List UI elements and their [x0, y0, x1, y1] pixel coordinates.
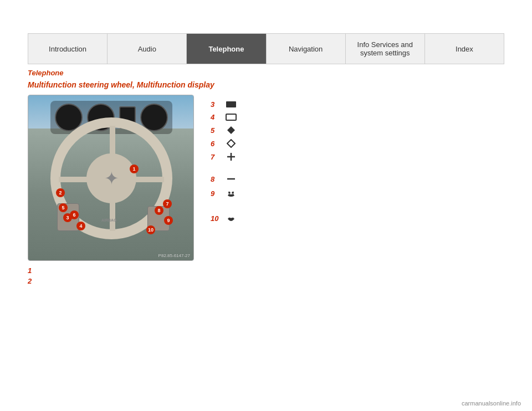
item-row-1: 1 — [28, 266, 200, 275]
badge-10: 10 — [146, 225, 155, 234]
badge-2: 2 — [56, 188, 65, 197]
badge-4: 4 — [76, 222, 85, 230]
icon-diamond-outline-6 — [223, 139, 239, 148]
watermark: carmanualsonline.info — [462, 400, 521, 407]
right-num-6: 6 — [211, 140, 223, 148]
tab-audio[interactable]: Audio — [108, 34, 187, 64]
item-num-1: 1 — [28, 266, 39, 275]
tab-index[interactable]: Index — [425, 34, 504, 64]
right-item-10: 10 — [211, 212, 504, 224]
right-item-6: 6 — [211, 139, 504, 148]
badge-6: 6 — [70, 210, 79, 219]
right-num-10: 10 — [211, 214, 223, 223]
right-num-8: 8 — [211, 175, 223, 183]
tab-telephone[interactable]: Telephone — [187, 34, 266, 64]
main-layout: ✦ AIRBAG 1 2 3 4 5 6 7 8 9 10 P8 — [28, 95, 504, 287]
page-title: Telephone — [28, 69, 504, 77]
tab-navigation[interactable]: Navigation — [267, 34, 346, 64]
badge-8: 8 — [155, 206, 163, 215]
icon-phone-receive-9 — [223, 188, 239, 199]
icon-rect-outline-4 — [223, 113, 239, 121]
left-column: ✦ AIRBAG 1 2 3 4 5 6 7 8 9 10 P8 — [28, 95, 200, 287]
svg-rect-1 — [226, 114, 236, 120]
icon-plus-7 — [223, 152, 239, 161]
right-num-9: 9 — [211, 189, 223, 198]
tab-info-services[interactable]: Info Services and system settings — [346, 34, 425, 64]
right-item-7: 7 — [211, 152, 504, 161]
section-heading: Multifunction steering wheel, Multifunct… — [28, 80, 504, 89]
badge-7: 7 — [163, 199, 172, 208]
right-item-4: 4 — [211, 113, 504, 121]
right-item-5: 5 — [211, 126, 504, 135]
icon-minus-8 — [223, 174, 239, 183]
nav-tabs: Introduction Audio Telephone Navigation … — [28, 33, 504, 64]
badge-9: 9 — [164, 216, 173, 225]
item-num-2: 2 — [28, 277, 39, 285]
svg-marker-2 — [227, 126, 235, 134]
right-item-9: 9 — [211, 188, 504, 199]
steering-wheel-center: ✦ — [86, 153, 136, 203]
tab-introduction[interactable]: Introduction — [28, 34, 108, 64]
right-num-7: 7 — [211, 153, 223, 161]
right-num-3: 3 — [211, 100, 223, 109]
svg-marker-3 — [227, 140, 235, 147]
svg-rect-0 — [226, 101, 236, 107]
image-caption: P82.85-6147-27 — [158, 253, 190, 258]
badge-5: 5 — [59, 203, 68, 212]
icon-phone-end-10 — [223, 212, 239, 224]
right-item-8: 8 — [211, 174, 504, 183]
right-item-3: 3 — [211, 100, 504, 109]
item-row-2: 2 — [28, 277, 200, 285]
item-list: 1 2 — [28, 266, 200, 285]
icon-diamond-filled-5 — [223, 126, 239, 135]
right-column: 3 4 5 6 — [211, 95, 504, 287]
steering-wheel-image: ✦ AIRBAG 1 2 3 4 5 6 7 8 9 10 P8 — [28, 95, 194, 261]
right-num-4: 4 — [211, 113, 223, 121]
right-num-5: 5 — [211, 126, 223, 135]
badge-1: 1 — [130, 165, 139, 173]
icon-rect-filled-3 — [223, 100, 239, 109]
content-area: Telephone Multifunction steering wheel, … — [28, 64, 504, 292]
